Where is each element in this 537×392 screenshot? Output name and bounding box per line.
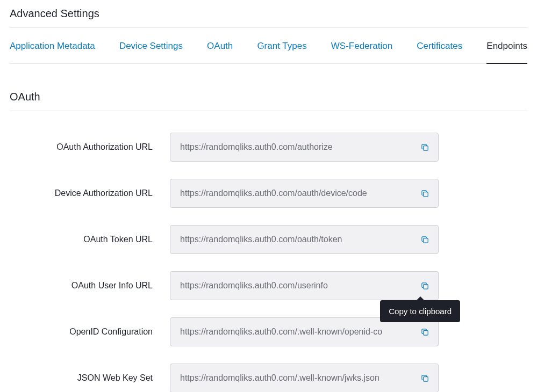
copy-icon — [420, 281, 429, 291]
input-oauth-token-url[interactable] — [170, 225, 439, 254]
form-area: OAuth Authorization URL Device Authoriza… — [10, 111, 527, 392]
copy-icon — [420, 189, 429, 198]
tab-endpoints[interactable]: Endpoints — [486, 28, 527, 63]
copy-icon — [420, 235, 429, 244]
copy-button[interactable] — [417, 278, 432, 293]
label-oauth-userinfo-url: OAuth User Info URL — [10, 281, 170, 291]
tab-certificates[interactable]: Certificates — [417, 28, 462, 63]
input-oauth-authorization-url[interactable] — [170, 133, 439, 162]
copy-icon — [420, 328, 429, 337]
tab-oauth[interactable]: OAuth — [207, 28, 233, 63]
control-oauth-userinfo-url: Copy to clipboard — [170, 271, 439, 300]
svg-rect-5 — [423, 376, 428, 381]
svg-rect-4 — [423, 330, 428, 335]
copy-icon — [420, 143, 429, 152]
copy-button[interactable] — [417, 140, 432, 155]
svg-rect-1 — [423, 192, 428, 197]
tab-grant-types[interactable]: Grant Types — [257, 28, 306, 63]
form-row-jwks: JSON Web Key Set — [10, 364, 527, 392]
tabs-bar: Application Metadata Device Settings OAu… — [10, 28, 527, 64]
label-jwks: JSON Web Key Set — [10, 373, 170, 383]
label-openid-configuration: OpenID Configuration — [10, 327, 170, 337]
tab-application-metadata[interactable]: Application Metadata — [10, 28, 95, 63]
control-device-authorization-url — [170, 179, 439, 208]
form-row-oauth-token-url: OAuth Token URL — [10, 225, 527, 254]
copy-icon — [420, 374, 429, 383]
copy-button[interactable] — [417, 371, 432, 386]
tab-device-settings[interactable]: Device Settings — [119, 28, 183, 63]
label-oauth-authorization-url: OAuth Authorization URL — [10, 142, 170, 152]
advanced-settings-title: Advanced Settings — [10, 5, 527, 27]
svg-rect-0 — [423, 146, 428, 150]
copy-tooltip: Copy to clipboard — [380, 300, 460, 322]
form-row-oauth-userinfo-url: OAuth User Info URL Copy to clipboard — [10, 271, 527, 300]
copy-button[interactable] — [417, 232, 432, 247]
svg-rect-3 — [423, 284, 428, 289]
copy-button[interactable] — [417, 186, 432, 201]
control-oauth-authorization-url — [170, 133, 439, 162]
tab-ws-federation[interactable]: WS-Federation — [331, 28, 392, 63]
form-row-oauth-authorization-url: OAuth Authorization URL — [10, 133, 527, 162]
input-oauth-userinfo-url[interactable] — [170, 271, 439, 300]
svg-rect-2 — [423, 238, 428, 243]
input-device-authorization-url[interactable] — [170, 179, 439, 208]
copy-button[interactable] — [417, 324, 432, 339]
oauth-section-title: OAuth — [10, 64, 527, 111]
form-row-device-authorization-url: Device Authorization URL — [10, 179, 527, 208]
input-jwks[interactable] — [170, 364, 439, 392]
label-oauth-token-url: OAuth Token URL — [10, 235, 170, 244]
label-device-authorization-url: Device Authorization URL — [10, 188, 170, 198]
control-jwks — [170, 364, 439, 392]
control-oauth-token-url — [170, 225, 439, 254]
